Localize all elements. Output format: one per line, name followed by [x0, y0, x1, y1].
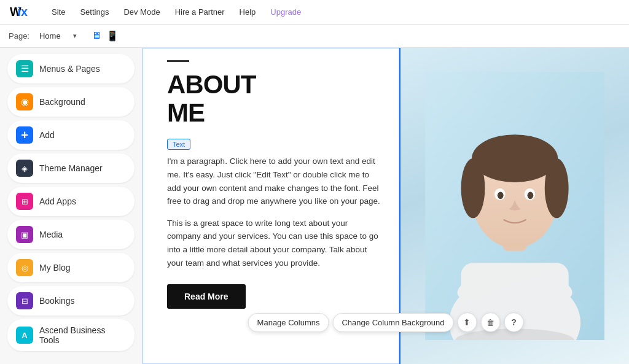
wix-logo: W ix [10, 6, 32, 18]
about-title: ABOUT ME [167, 71, 381, 127]
page-bar: Page: Home ▾ 🖥 📱 [0, 25, 629, 48]
manage-columns-button[interactable]: Manage Columns [248, 313, 329, 332]
sidebar-item-label: Bookings [39, 296, 75, 306]
sidebar-item-label: Media [39, 230, 63, 239]
sidebar-item-label: Ascend Business Tools [39, 325, 126, 345]
svg-point-15 [527, 192, 533, 199]
mobile-icon[interactable]: 📱 [106, 30, 119, 42]
nav-help[interactable]: Help [240, 7, 256, 17]
add-apps-icon: ⊞ [16, 193, 33, 210]
menus-pages-icon: ☰ [16, 60, 33, 77]
canvas: ABOUT ME Text I'm a paragraph. Click her… [143, 48, 629, 364]
page-name[interactable]: Home [39, 31, 61, 41]
page-dropdown-icon[interactable]: ▾ [73, 32, 77, 40]
body-paragraph-1[interactable]: I'm a paragraph. Click here to add your … [167, 155, 381, 207]
sidebar-item-bookings[interactable]: ⊟ Bookings [7, 286, 135, 316]
move-up-button[interactable]: ⬆ [457, 312, 477, 332]
media-icon: ▣ [16, 226, 33, 243]
sidebar-item-menus-pages[interactable]: ☰ Menus & Pages [7, 54, 135, 83]
delete-button[interactable]: 🗑 [480, 312, 500, 332]
help-button[interactable]: ? [504, 312, 523, 332]
my-blog-icon: ◎ [16, 259, 33, 276]
sidebar-item-background[interactable]: ◉ Background [7, 87, 135, 117]
theme-manager-icon: ◈ [16, 160, 33, 177]
sidebar-item-label: Background [39, 97, 85, 107]
decorative-divider [167, 60, 189, 62]
page-label: Page: [9, 31, 29, 41]
sidebar-item-media[interactable]: ▣ Media [7, 220, 135, 249]
move-up-icon: ⬆ [463, 317, 471, 327]
top-navigation: W ix Site Settings Dev Mode Hire a Partn… [0, 0, 629, 25]
nav-upgrade[interactable]: Upgrade [270, 7, 301, 17]
sidebar-item-label: My Blog [39, 263, 71, 273]
sidebar-item-ascend[interactable]: A Ascend Business Tools [7, 319, 135, 351]
sidebar-item-theme-manager[interactable]: ◈ Theme Manager [7, 153, 135, 183]
sidebar-item-label: Menus & Pages [39, 64, 100, 74]
main-layout: ☰ Menus & Pages ◉ Background + Add ◈ The… [0, 48, 629, 364]
text-label-badge: Text [167, 139, 190, 150]
sidebar: ☰ Menus & Pages ◉ Background + Add ◈ The… [0, 48, 143, 364]
sidebar-item-my-blog[interactable]: ◎ My Blog [7, 253, 135, 282]
nav-settings[interactable]: Settings [80, 7, 109, 17]
person-silhouette [418, 72, 612, 341]
svg-point-14 [498, 192, 504, 199]
bookings-icon: ⊟ [16, 292, 33, 309]
delete-icon: 🗑 [486, 318, 494, 327]
nav-devmode[interactable]: Dev Mode [123, 7, 160, 17]
column-toolbar: Manage Columns Change Column Background … [248, 312, 524, 332]
sidebar-item-label: Add [39, 130, 55, 140]
sidebar-item-label: Theme Manager [39, 163, 103, 173]
change-column-bg-button[interactable]: Change Column Background [332, 313, 453, 332]
desktop-icon[interactable]: 🖥 [92, 30, 101, 42]
nav-site[interactable]: Site [52, 7, 65, 17]
help-icon: ? [511, 317, 517, 327]
sidebar-item-label: Add Apps [39, 196, 76, 206]
body-paragraph-2[interactable]: This is a great space to write long text… [167, 217, 381, 269]
svg-point-11 [545, 158, 569, 218]
nav-hire-partner[interactable]: Hire a Partner [175, 7, 225, 17]
svg-point-9 [472, 134, 558, 182]
add-icon: + [16, 126, 33, 144]
svg-point-10 [461, 158, 485, 218]
sidebar-item-add[interactable]: + Add [7, 120, 135, 150]
sidebar-item-add-apps[interactable]: ⊞ Add Apps [7, 187, 135, 216]
ascend-icon: A [16, 327, 33, 344]
background-icon: ◉ [16, 93, 33, 110]
svg-text:ix: ix [18, 6, 28, 18]
read-more-button[interactable]: Read More [167, 284, 246, 309]
device-switcher: 🖥 📱 [92, 30, 119, 42]
